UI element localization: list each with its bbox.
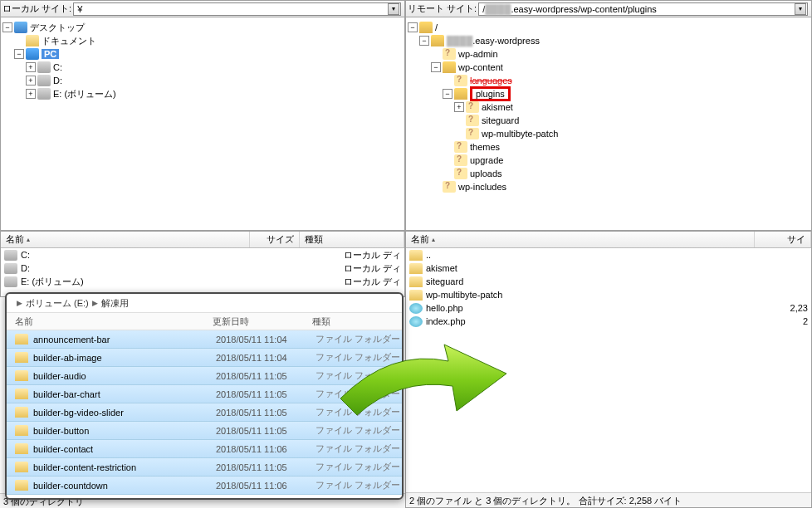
remote-status-bar: 2 個のファイル と 3 個のディレクトリ。 合計サイズ: 2,258 バイト [406,492,811,507]
local-path-dropdown-icon[interactable]: ▾ [388,3,399,15]
row-size: 2,23 [790,303,811,313]
explorer-row[interactable]: builder-content-restriction2018/05/11 11… [7,458,402,477]
transfer-arrow-annotation [332,340,515,423]
tree-collapse-icon[interactable]: − [2,22,12,32]
row-type: ローカル ディ [344,249,404,262]
row-name: index.php [426,316,466,326]
tree-node-akismet[interactable]: + akismet [408,100,810,114]
tree-node-root[interactable]: − / [408,21,810,34]
tree-label: デスクトップ [30,22,85,34]
tree-label: / [435,22,438,32]
tree-node-desktop[interactable]: − デスクトップ [2,21,403,34]
remote-path-suffix: .easy-wordpress/wp-content/plugins [511,4,656,14]
pc-icon [26,48,39,60]
folder-icon [15,334,28,345]
explorer-row[interactable]: builder-button2018/05/11 11:05ファイル フォルダー [7,422,402,440]
row-type: ローカル ディ [344,262,404,275]
tree-label: wp-admin [458,49,498,59]
tree-label: D: [53,76,62,86]
col-name[interactable]: 名前 [7,315,204,328]
tree-node-pc[interactable]: − PC [2,47,403,61]
tree-node-wp-admin[interactable]: wp-admin [408,47,810,61]
tree-node-site[interactable]: − ████ .easy-wordpress [408,34,810,47]
tree-label: ドキュメント [42,35,96,47]
list-row-file[interactable]: hello.php2,23 [406,301,811,315]
tree-node-upgrade[interactable]: upgrade [408,154,810,167]
crumb-item[interactable]: ボリューム (E:) [26,297,89,310]
tree-node-drive-e[interactable]: + E: (ボリューム) [2,87,403,100]
tree-node-wp-includes[interactable]: wp-includes [408,180,810,193]
tree-node-drive-d[interactable]: + D: [2,74,403,87]
crumb-item[interactable]: 解凍用 [101,297,129,310]
col-date[interactable]: 更新日時 [204,315,304,328]
tree-expand-icon[interactable]: + [26,89,36,99]
folder-icon [15,462,28,472]
tree-node-documents[interactable]: ドキュメント [2,34,403,47]
unknown-folder-icon [466,115,479,126]
explorer-row[interactable]: builder-contact2018/05/11 11:06ファイル フォルダ… [7,440,402,458]
row-name: builder-content-restriction [33,462,216,472]
row-date: 2018/05/11 11:06 [216,444,316,454]
col-name[interactable]: 名前▴ [406,232,755,247]
list-row-folder[interactable]: siteguard [406,275,811,288]
tree-node-drive-c[interactable]: + C: [2,61,403,74]
list-row-drive[interactable]: E: (ボリューム)ローカル ディ [1,275,404,288]
row-date: 2018/05/11 11:05 [216,408,316,418]
tree-node-siteguard[interactable]: siteguard [408,114,810,127]
row-date: 2018/05/11 11:04 [216,335,316,345]
tree-node-languages[interactable]: languages [408,74,810,87]
row-date: 2018/05/11 11:05 [216,371,316,381]
row-name: builder-button [33,426,216,436]
tree-label-highlighted: plugins [470,86,511,101]
explorer-row[interactable]: builder-countdown2018/05/11 11:06ファイル フォ… [7,477,402,495]
list-row-drive[interactable]: C:ローカル ディ [1,248,404,262]
tree-collapse-icon[interactable]: − [408,22,418,32]
tree-collapse-icon[interactable]: − [419,36,429,46]
tree-collapse-icon[interactable]: − [431,62,441,72]
list-row-folder[interactable]: wp-multibyte-patch [406,288,811,301]
remote-path-input[interactable]: / ████ .easy-wordpress/wp-content/plugin… [478,2,808,16]
tree-label: wp-multibyte-patch [482,129,558,139]
tree-collapse-icon[interactable]: − [443,89,452,99]
local-path-text: ¥ [77,4,82,14]
col-name[interactable]: 名前▴ [1,232,250,247]
unknown-folder-icon [466,101,479,113]
col-type[interactable]: 種類 [304,315,402,328]
list-row-up[interactable]: .. [406,248,811,262]
col-size[interactable]: サイズ [250,232,300,247]
folder-icon [15,407,28,418]
tree-node-wp-multibyte[interactable]: wp-multibyte-patch [408,127,810,140]
explorer-breadcrumb[interactable]: ▶ ボリューム (E:) ▶ 解凍用 [7,294,402,312]
folder-open-icon [431,35,444,46]
folder-up-icon [409,250,423,261]
local-path-input[interactable]: ¥ ▾ [73,2,401,16]
tree-expand-icon[interactable]: + [26,62,36,72]
folder-icon [409,263,423,274]
row-type: ファイル フォルダー [316,442,402,455]
tree-node-uploads[interactable]: uploads [408,167,810,180]
tree-expand-icon[interactable]: + [26,76,36,86]
local-tree[interactable]: − デスクトップ ドキュメント − PC + C: [1,17,404,104]
list-row-file[interactable]: index.php2 [406,315,811,328]
local-site-header: ローカル サイト: ¥ ▾ [1,1,404,17]
col-type[interactable]: 種類 [300,232,404,247]
col-size[interactable]: サイ [755,232,811,247]
local-list-body[interactable]: C:ローカル ディ D:ローカル ディ E: (ボリューム)ローカル ディ [1,248,404,288]
tree-label: languages [470,76,512,86]
sort-asc-icon: ▴ [432,236,435,243]
list-row-drive[interactable]: D:ローカル ディ [1,262,404,275]
tree-node-wp-content[interactable]: − wp-content [408,61,810,74]
folder-open-icon [419,22,433,33]
list-row-folder[interactable]: akismet [406,262,811,275]
remote-path-dropdown-icon[interactable]: ▾ [795,3,806,15]
row-name: hello.php [426,303,463,313]
tree-node-themes[interactable]: themes [408,140,810,154]
row-date: 2018/05/11 11:05 [216,389,316,399]
remote-tree[interactable]: − / − ████ .easy-wordpress wp-admin − [406,17,811,197]
tree-node-plugins[interactable]: − plugins [408,87,810,100]
unknown-folder-icon [443,48,456,60]
unknown-folder-icon [454,154,467,166]
tree-expand-icon[interactable]: + [454,102,464,112]
tree-collapse-icon[interactable]: − [14,49,24,59]
folder-icon [15,370,28,381]
